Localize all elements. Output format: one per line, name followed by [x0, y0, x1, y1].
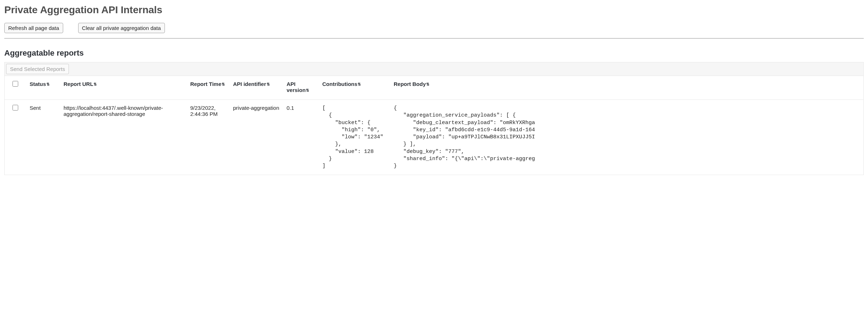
header-checkbox-cell [5, 76, 26, 100]
report-body-pre: { "aggregation_service_payloads": [ { "d… [394, 105, 860, 170]
header-api-identifier[interactable]: API identifier⇅ [229, 76, 283, 100]
clear-button[interactable]: Clear all private aggregation data [78, 23, 165, 33]
sort-icon: ⇅ [306, 88, 309, 92]
table-row: Sent https://localhost:4437/.well-known/… [5, 100, 863, 175]
contributions-pre: [ { "bucket": { "high": "0", "low": "123… [322, 105, 387, 170]
sort-icon: ⇅ [222, 82, 225, 86]
sort-icon: ⇅ [46, 82, 50, 86]
row-checkbox-cell [5, 100, 26, 175]
select-all-checkbox[interactable] [12, 81, 18, 87]
cell-status: Sent [26, 100, 60, 175]
send-selected-button[interactable]: Send Selected Reports [6, 64, 69, 74]
header-status-label: Status [30, 81, 46, 87]
header-contributions-label: Contributions [322, 81, 357, 87]
header-report-url[interactable]: Report URL⇅ [60, 76, 187, 100]
cell-report-time: 9/23/2022, 2:44:36 PM [187, 100, 229, 175]
refresh-button[interactable]: Refresh all page data [4, 23, 63, 33]
header-api-version[interactable]: API version⇅ [283, 76, 319, 100]
cell-report-url: https://localhost:4437/.well-known/priva… [60, 100, 187, 175]
cell-report-body: { "aggregation_service_payloads": [ { "d… [390, 100, 863, 175]
header-report-time-label: Report Time [190, 81, 221, 87]
header-report-body[interactable]: Report Body⇅ [390, 76, 863, 100]
send-toolbar: Send Selected Reports [4, 62, 864, 76]
sort-icon: ⇅ [426, 82, 429, 86]
header-report-time[interactable]: Report Time⇅ [187, 76, 229, 100]
header-contributions[interactable]: Contributions⇅ [319, 76, 390, 100]
page-title: Private Aggregation API Internals [4, 4, 864, 16]
cell-api-version: 0.1 [283, 100, 319, 175]
cell-api-identifier: private-aggregation [229, 100, 283, 175]
toolbar: Refresh all page data Clear all private … [4, 23, 864, 33]
header-status[interactable]: Status⇅ [26, 76, 60, 100]
sort-icon: ⇅ [267, 82, 270, 86]
header-api-version-label: API version [287, 81, 306, 93]
header-api-identifier-label: API identifier [233, 81, 266, 87]
reports-table: Status⇅ Report URL⇅ Report Time⇅ API ide… [5, 76, 863, 175]
reports-table-container: Status⇅ Report URL⇅ Report Time⇅ API ide… [4, 76, 864, 175]
header-report-url-label: Report URL [64, 81, 93, 87]
row-checkbox[interactable] [12, 105, 18, 111]
header-report-body-label: Report Body [394, 81, 426, 87]
cell-contributions: [ { "bucket": { "high": "0", "low": "123… [319, 100, 390, 175]
sort-icon: ⇅ [358, 82, 361, 86]
section-title: Aggregatable reports [4, 48, 864, 58]
divider [4, 38, 864, 39]
sort-icon: ⇅ [94, 82, 97, 86]
